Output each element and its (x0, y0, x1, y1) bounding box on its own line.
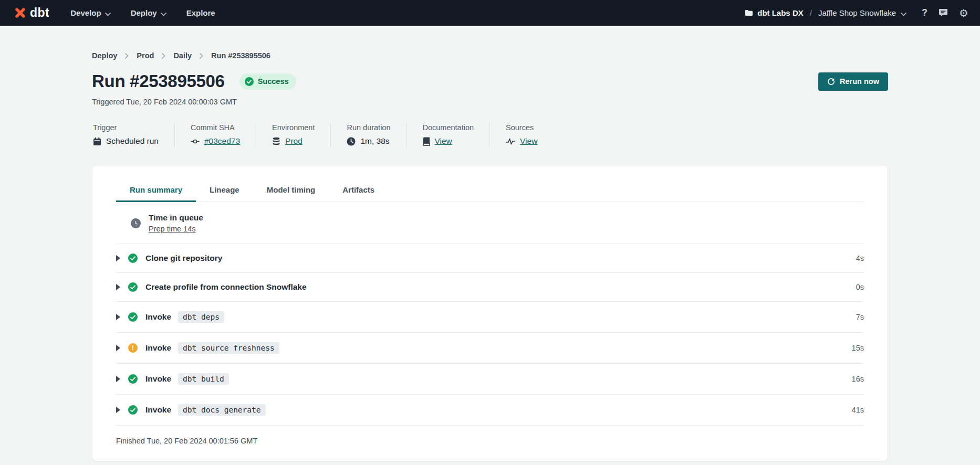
run-duration-value: 1m, 38s (360, 136, 389, 146)
tab-bar: Run summary Lineage Model timing Artifac… (116, 179, 864, 202)
sources-view-link[interactable]: View (520, 136, 537, 146)
refresh-icon (827, 78, 835, 86)
tab-lineage[interactable]: Lineage (196, 179, 253, 202)
run-step-create-profile: Create profile from connection Snowflake… (116, 273, 864, 302)
calendar-icon (93, 137, 101, 146)
warning-icon (128, 343, 138, 353)
gear-icon[interactable]: ⚙ (959, 8, 968, 18)
account-name: dbt Labs DX (757, 8, 804, 17)
prep-time-link[interactable]: Prep time 14s (149, 225, 195, 233)
step-command: dbt deps (178, 311, 224, 323)
breadcrumb-deploy[interactable]: Deploy (92, 51, 117, 60)
commit-sha-link[interactable]: #03ced73 (204, 136, 240, 146)
nav-item-label: Develop (70, 8, 101, 17)
commit-icon (191, 137, 200, 146)
page-title: Run #253895506 (92, 71, 225, 91)
dbt-logo-icon (14, 6, 27, 19)
step-command: dbt source freshness (178, 342, 279, 354)
success-icon (128, 312, 138, 322)
step-duration: 15s (852, 344, 864, 352)
nav-item-deploy[interactable]: Deploy (131, 8, 166, 18)
expand-caret-icon[interactable] (116, 314, 120, 320)
run-step-dbt-docs-generate: Invoke dbt docs generate 41s (116, 395, 864, 426)
step-command: dbt build (178, 373, 229, 385)
logo-wordmark: dbt (30, 7, 49, 19)
step-duration: 7s (856, 313, 864, 321)
environment-link[interactable]: Prod (285, 136, 303, 146)
meta-label: Environment (272, 123, 315, 132)
meta-environment: Environment Prod (256, 123, 330, 147)
step-label: Create profile from connection Snowflake (145, 282, 307, 292)
finished-timestamp: Finished Tue, 20 Feb 2024 00:01:56 GMT (116, 426, 864, 459)
project-switcher[interactable]: Jaffle Shop Snowflake (818, 8, 906, 18)
breadcrumb-daily[interactable]: Daily (173, 51, 192, 60)
run-step-dbt-deps: Invoke dbt deps 7s (116, 302, 864, 333)
tab-artifacts[interactable]: Artifacts (329, 179, 388, 202)
page-content: Deploy Prod Daily Run #253895506 Run #25… (92, 26, 888, 461)
title-row: Run #253895506 Success Rerun now (92, 71, 888, 91)
chevron-down-icon (901, 9, 906, 18)
run-step-dbt-source-freshness: Invoke dbt source freshness 15s (116, 333, 864, 364)
tab-run-summary[interactable]: Run summary (116, 179, 196, 202)
breadcrumb-prod[interactable]: Prod (137, 51, 154, 60)
meta-run-duration: Run duration 1m, 38s (330, 123, 406, 147)
step-label: Invoke (145, 374, 171, 384)
expand-caret-icon[interactable] (116, 345, 120, 351)
top-nav: dbt Develop Deploy Explore (0, 0, 980, 26)
queue-clock-icon (131, 218, 141, 228)
database-icon (272, 137, 280, 146)
nav-right: dbt Labs DX / Jaffle Shop Snowflake ? ⚙ (745, 7, 968, 18)
primary-nav: Develop Deploy Explore (70, 8, 215, 18)
nav-item-label: Explore (186, 8, 215, 17)
tab-model-timing[interactable]: Model timing (253, 179, 329, 202)
app-root: dbt Develop Deploy Explore (0, 0, 980, 465)
chevron-right-icon (162, 53, 165, 59)
breadcrumb-current-run: Run #253895506 (211, 51, 270, 60)
expand-caret-icon[interactable] (116, 284, 120, 290)
meta-commit-sha: Commit SHA #03ced73 (174, 123, 256, 147)
success-icon (128, 253, 138, 263)
documentation-view-link[interactable]: View (435, 136, 452, 146)
step-command: dbt docs generate (178, 404, 265, 416)
clock-icon (347, 137, 356, 146)
nav-item-label: Deploy (131, 8, 157, 17)
step-duration: 41s (852, 406, 864, 414)
run-metadata: Trigger Scheduled run Commit SHA #03ced7… (92, 123, 888, 147)
rerun-now-button[interactable]: Rerun now (818, 72, 888, 91)
meta-sources: Sources View (489, 123, 553, 147)
success-icon (128, 282, 138, 292)
help-icon[interactable]: ? (922, 7, 927, 18)
expand-caret-icon[interactable] (116, 255, 120, 261)
account-switcher[interactable]: dbt Labs DX (745, 8, 804, 17)
meta-label: Run duration (347, 123, 390, 132)
status-badge-label: Success (258, 77, 289, 86)
trigger-value: Scheduled run (106, 136, 159, 146)
status-badge: Success (239, 73, 296, 90)
step-duration: 16s (852, 375, 864, 383)
account-project-separator: / (809, 8, 812, 17)
step-label: Invoke (145, 312, 171, 322)
meta-label: Documentation (423, 123, 474, 132)
dbt-logo[interactable]: dbt (14, 6, 49, 19)
meta-trigger: Trigger Scheduled run (92, 123, 174, 147)
expand-caret-icon[interactable] (116, 407, 120, 413)
step-duration: 0s (856, 283, 864, 291)
nav-item-explore[interactable]: Explore (186, 8, 215, 17)
queue-title: Time in queue (149, 213, 203, 223)
meta-documentation: Documentation View (406, 123, 490, 147)
chevron-right-icon (125, 53, 129, 59)
meta-label: Commit SHA (191, 123, 240, 132)
time-in-queue-row: Time in queue Prep time 14s (116, 202, 864, 244)
run-detail-card: Run summary Lineage Model timing Artifac… (92, 165, 888, 461)
step-label: Invoke (145, 405, 171, 415)
step-label: Clone git repository (145, 253, 222, 263)
book-icon (423, 137, 430, 146)
breadcrumb: Deploy Prod Daily Run #253895506 (92, 51, 888, 60)
nav-item-develop[interactable]: Develop (70, 8, 110, 18)
expand-caret-icon[interactable] (116, 376, 120, 382)
nav-utility-icons: ? ⚙ (922, 7, 968, 18)
step-duration: 4s (856, 254, 864, 262)
chevron-down-icon (105, 9, 111, 18)
feedback-icon[interactable] (939, 8, 948, 17)
triggered-timestamp: Triggered Tue, 20 Feb 2024 00:00:03 GMT (92, 98, 888, 106)
